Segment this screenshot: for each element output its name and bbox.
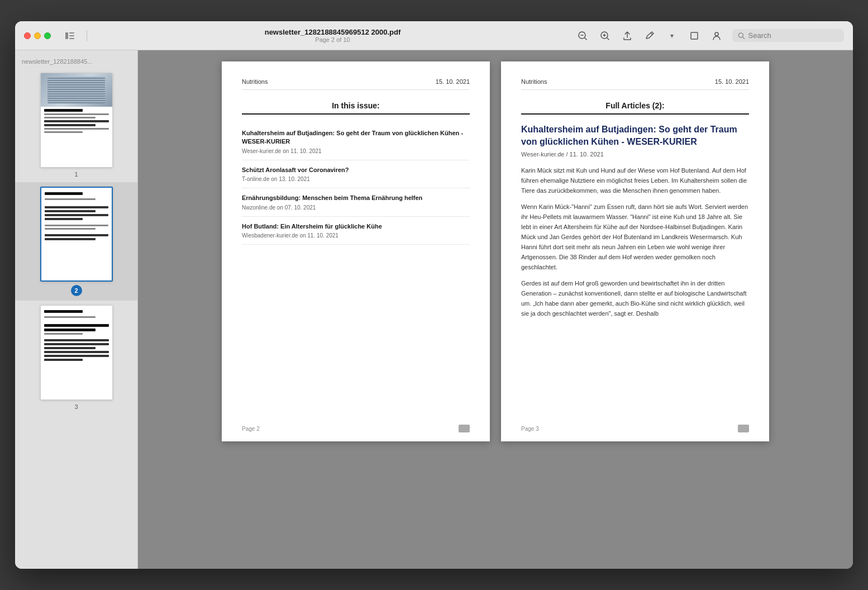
page-indicator: Page 2 of 10 xyxy=(315,36,350,43)
thumb-line xyxy=(44,128,109,130)
thumb-line xyxy=(44,351,109,353)
thumb-line xyxy=(44,329,96,331)
chevron-down-icon[interactable]: ▾ xyxy=(665,29,679,42)
page-footer-icon-3 xyxy=(738,425,749,432)
thumbnail-frame-2 xyxy=(40,187,113,282)
page-3-header-right: 15. 10. 2021 xyxy=(715,78,749,85)
search-input[interactable] xyxy=(748,31,838,40)
thumb-line xyxy=(45,234,108,236)
page-3-header-left: Nutritions xyxy=(521,78,547,85)
article-paragraph-2: Wenn Karin Mück-"Hanni" zum Essen ruft, … xyxy=(521,202,749,273)
article-title-1: Kuhaltersheim auf Butjadingen: So geht d… xyxy=(242,129,470,146)
page-number-1: 1 xyxy=(74,171,78,178)
thumb-line xyxy=(45,225,108,226)
svg-line-15 xyxy=(743,37,745,39)
person-icon[interactable] xyxy=(710,29,723,42)
thumb-line xyxy=(44,316,96,318)
thumb-line xyxy=(45,206,108,208)
divider xyxy=(87,30,87,41)
full-article-source: Weser-kurier.de / 11. 10. 2021 xyxy=(521,151,749,158)
article-paragraph-3: Gerdes ist auf dem Hof groß geworden und… xyxy=(521,278,749,319)
zoom-out-icon[interactable] xyxy=(576,29,589,42)
thumb-line xyxy=(44,343,109,345)
search-box[interactable] xyxy=(732,29,844,42)
article-title-3: Ernährungsbildung: Menschen beim Thema E… xyxy=(242,194,470,202)
pdf-viewer[interactable]: Nutritions 15. 10. 2021 In this issue: K… xyxy=(138,50,853,569)
page-footer-label-2: Page 2 xyxy=(242,426,260,432)
thumb-image-inner-1 xyxy=(47,77,104,103)
article-source-3: Nwzonline.de on 07. 10. 2021 xyxy=(242,204,470,211)
thumbnail-page-3[interactable]: 3 xyxy=(15,301,137,415)
article-title-2: Schützt Aronlasaft vor Coronaviren? xyxy=(242,166,470,174)
page-2-header-right: 15. 10. 2021 xyxy=(436,78,470,85)
svg-line-10 xyxy=(607,38,609,40)
thumb-text-3 xyxy=(41,306,112,367)
page-2-header-left: Nutritions xyxy=(242,78,268,85)
svg-rect-3 xyxy=(69,38,74,39)
active-page-badge: 2 xyxy=(71,285,82,296)
thumb-text-2 xyxy=(41,188,112,246)
thumb-line xyxy=(45,210,96,212)
share-icon[interactable] xyxy=(621,29,634,42)
page-3-footer: Page 3 xyxy=(521,425,749,432)
svg-line-11 xyxy=(651,33,652,35)
page-number-3: 3 xyxy=(74,403,78,410)
svg-rect-1 xyxy=(69,32,74,34)
article-source-4: Wiesbadener-kurier.de on 11. 10. 2021 xyxy=(242,232,470,239)
page-footer-label-3: Page 3 xyxy=(521,426,539,432)
titlebar: newsletter_1282188845969512 2000.pdf Pag… xyxy=(15,21,853,50)
pdf-page-2: Nutritions 15. 10. 2021 In this issue: K… xyxy=(222,61,490,441)
filename-label: newsletter_1282188845969512 2000.pdf xyxy=(265,28,401,36)
page-2-header: Nutritions 15. 10. 2021 xyxy=(242,78,470,90)
article-item-2: Schützt Aronlasaft vor Coronaviren? T-on… xyxy=(242,160,470,188)
section-heading-p3: Full Articles (2): xyxy=(521,101,749,115)
thumb-line xyxy=(44,131,83,133)
crop-icon[interactable] xyxy=(688,29,701,42)
main-area: newsletter_1282188845... xyxy=(15,50,853,569)
thumbnail-page-2[interactable]: 2 xyxy=(15,182,137,301)
page-3-header: Nutritions 15. 10. 2021 xyxy=(521,78,749,90)
search-icon xyxy=(738,32,745,40)
thumb-line xyxy=(44,347,96,349)
minimize-button[interactable] xyxy=(34,32,41,39)
section-heading-p2: In this issue: xyxy=(242,101,470,115)
thumb-line xyxy=(44,333,83,335)
article-title-4: Hof Butland: Ein Altersheim für glücklic… xyxy=(242,222,470,231)
article-source-1: Weser-kurier.de on 11. 10. 2021 xyxy=(242,148,470,154)
thumbnail-page-1[interactable]: 1 xyxy=(15,68,137,182)
full-article-title: Kuhaltersheim auf Butjadingen: So geht d… xyxy=(521,123,749,148)
svg-rect-0 xyxy=(65,32,68,39)
thumb-line xyxy=(45,192,83,195)
spacer xyxy=(44,320,109,324)
thumb-line xyxy=(44,339,109,341)
article-item-3: Ernährungsbildung: Menschen beim Thema E… xyxy=(242,188,470,216)
thumb-line xyxy=(45,238,96,240)
thumb-line xyxy=(44,120,109,122)
thumb-line xyxy=(44,113,109,115)
page-2-footer: Page 2 xyxy=(242,425,470,432)
page-footer-icon-2 xyxy=(459,425,470,432)
fullscreen-button[interactable] xyxy=(44,32,51,39)
close-button[interactable] xyxy=(24,32,31,39)
thumb-line xyxy=(44,117,96,118)
thumb-line xyxy=(45,218,83,220)
article-source-2: T-online.de on 13. 10. 2021 xyxy=(242,176,470,182)
titlebar-center: newsletter_1282188845969512 2000.pdf Pag… xyxy=(96,28,569,43)
article-item-1: Kuhaltersheim auf Butjadingen: So geht d… xyxy=(242,123,470,160)
thumb-text-1 xyxy=(41,107,112,137)
sidebar: newsletter_1282188845... xyxy=(15,50,138,569)
annotate-icon[interactable] xyxy=(643,29,656,42)
thumb-line xyxy=(44,109,83,112)
sidebar-toggle-button[interactable] xyxy=(62,28,78,44)
article-item-4: Hof Butland: Ein Altersheim für glücklic… xyxy=(242,217,470,245)
svg-point-13 xyxy=(715,32,718,36)
pdf-page-3: Nutritions 15. 10. 2021 Full Articles (2… xyxy=(501,61,769,441)
thumb-line xyxy=(44,124,96,126)
thumb-line xyxy=(44,355,109,357)
full-article-body: Karin Mück sitzt mit Kuh und Hund auf de… xyxy=(521,165,749,318)
thumbnail-frame-3 xyxy=(40,305,113,400)
svg-line-6 xyxy=(585,38,586,40)
article-paragraph-1: Karin Mück sitzt mit Kuh und Hund auf de… xyxy=(521,165,749,196)
thumb-image-1 xyxy=(41,73,112,107)
zoom-in-icon[interactable] xyxy=(598,29,612,42)
